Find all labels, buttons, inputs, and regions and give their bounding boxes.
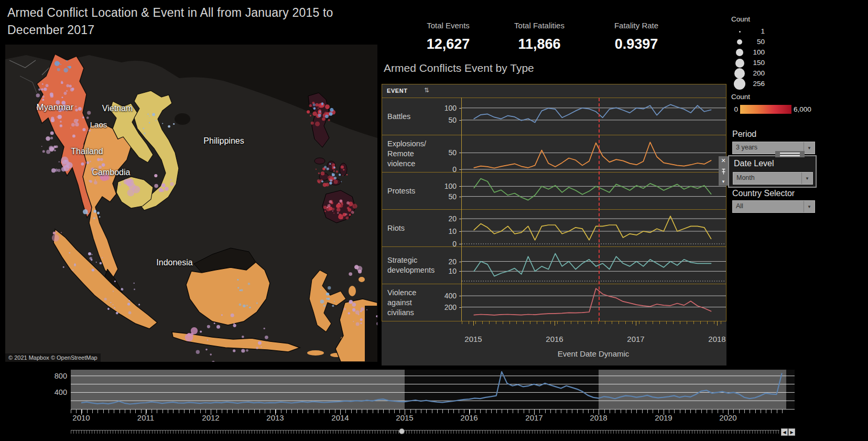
kpi-label: Fatality Rate bbox=[589, 21, 683, 30]
country-label-thailand: Thailand bbox=[71, 147, 103, 156]
reference-line bbox=[599, 98, 600, 321]
color-gradient-bar bbox=[740, 105, 791, 114]
drag-handle[interactable] bbox=[775, 151, 805, 157]
size-legend-value: 256 bbox=[746, 80, 765, 88]
country-label-cambodia: Cambodia bbox=[92, 168, 131, 177]
size-legend-value: 100 bbox=[746, 48, 765, 56]
chart-section-title: Armed Conflicts Event by Type bbox=[384, 62, 534, 74]
chart-row-riots: Riots01020 bbox=[382, 210, 726, 247]
axis-year-label: 2015 bbox=[462, 335, 485, 343]
tick-label: 200 bbox=[444, 303, 457, 311]
strategic-developments-sparkline[interactable] bbox=[462, 247, 726, 284]
kpi-value: 0.9397 bbox=[589, 36, 683, 52]
chevron-down-icon[interactable]: ▼ bbox=[801, 173, 812, 184]
timeline-year-label: 2013 bbox=[259, 413, 291, 422]
kpi-value: 12,627 bbox=[401, 36, 495, 52]
date-level-label: Date Level bbox=[734, 159, 774, 168]
country-label-indonesia: Indonesia bbox=[156, 258, 192, 267]
color-legend-max: 6,000 bbox=[794, 105, 811, 113]
time-scrollbar[interactable] bbox=[71, 430, 779, 436]
riots-sparkline[interactable] bbox=[462, 210, 726, 246]
row-y-axis: 1020 bbox=[428, 247, 462, 284]
date-level-dropdown[interactable]: Month ▼ bbox=[733, 172, 813, 185]
explosions-remote-violence-sparkline[interactable] bbox=[462, 135, 726, 172]
country-selector-label: Country Selector bbox=[732, 189, 795, 198]
timeline-year-label: 2018 bbox=[583, 413, 614, 422]
row-label: Battles bbox=[387, 98, 429, 135]
tick-label: 10 bbox=[448, 227, 457, 235]
page-title: Armed Conflict Location & Event in All f… bbox=[7, 4, 374, 39]
event-type-chart: EVENT ⇅ Battles50100Explosions/ Remote v… bbox=[382, 84, 726, 365]
size-legend-item: 150 bbox=[731, 58, 768, 68]
size-legend-value: 200 bbox=[746, 69, 765, 77]
kpi-value: 11,866 bbox=[492, 36, 587, 52]
country-selector-value: All bbox=[733, 201, 804, 212]
timeline-brush-chart[interactable] bbox=[71, 370, 795, 410]
tick-label: 20 bbox=[448, 214, 457, 223]
kpi-total-fatalities: Total Fatalities 11,866 bbox=[492, 21, 587, 52]
timeline-year-label: 2020 bbox=[712, 413, 744, 422]
size-legend-value: 50 bbox=[746, 38, 765, 46]
tick-label: 400 bbox=[444, 292, 457, 300]
x-axis-ticks bbox=[462, 321, 725, 324]
scroll-right-button[interactable]: ▶ bbox=[788, 428, 795, 436]
tick-label: 10 bbox=[448, 267, 457, 275]
pin-icon[interactable] bbox=[721, 168, 726, 175]
row-y-axis: 01020 bbox=[428, 210, 462, 246]
chart-row-battles: Battles50100 bbox=[382, 98, 726, 135]
protests-sparkline[interactable] bbox=[462, 173, 726, 209]
timeline-year-label: 2011 bbox=[130, 413, 161, 422]
size-legend-item: 200 bbox=[731, 68, 768, 79]
size-legend-item: 1 bbox=[731, 26, 768, 37]
tick-label: 100 bbox=[444, 182, 457, 190]
row-label: Riots bbox=[387, 210, 429, 246]
chart-rows: Battles50100Explosions/ Remote violence0… bbox=[382, 98, 726, 321]
timeline-year-label: 2015 bbox=[389, 413, 420, 422]
tick-label: 100 bbox=[444, 104, 457, 112]
event-column-header: EVENT bbox=[387, 88, 408, 94]
chart-row-explosions-remote-violence: Explosions/ Remote violence050 bbox=[382, 135, 726, 173]
close-icon[interactable]: ✕ bbox=[721, 158, 725, 164]
size-legend-circle bbox=[733, 37, 746, 47]
row-label: Explosions/ Remote violence bbox=[387, 135, 429, 172]
timeline-axis-ticks bbox=[71, 410, 784, 413]
timeline-canvas[interactable] bbox=[71, 370, 795, 409]
chevron-down-icon[interactable]: ▼ bbox=[804, 142, 815, 154]
conflict-map[interactable]: MyanmarVietnamLaosThailandCambodiaPhilip… bbox=[5, 45, 377, 362]
chart-grid: EVENT ⇅ Battles50100Explosions/ Remote v… bbox=[382, 84, 726, 321]
tick-label: 50 bbox=[448, 192, 457, 201]
country-label-philippines: Philippines bbox=[203, 136, 244, 146]
country-selector-dropdown[interactable]: All ▼ bbox=[732, 200, 815, 213]
chart-row-strategic-developments: Strategic developments1020 bbox=[382, 247, 726, 284]
country-label-myanmar: Myanmar bbox=[37, 102, 74, 113]
scrollbar-handle[interactable] bbox=[399, 428, 405, 434]
chart-row-violence-against-civilians: Violence against civilians200400 bbox=[382, 284, 726, 321]
violence-against-civilians-sparkline[interactable] bbox=[462, 284, 726, 321]
chevron-down-icon[interactable]: ▾ bbox=[722, 179, 725, 184]
map-attribution: © 2021 Mapbox © OpenStreetMap bbox=[5, 353, 101, 362]
size-legend-value: 1 bbox=[746, 27, 765, 35]
dashboard: Armed Conflict Location & Event in All f… bbox=[0, 0, 868, 441]
timeline-year-label: 2010 bbox=[66, 413, 97, 422]
map-canvas[interactable] bbox=[5, 45, 377, 362]
chevron-down-icon[interactable]: ▼ bbox=[804, 201, 815, 212]
scroll-left-button[interactable]: ◀ bbox=[781, 428, 788, 436]
battles-sparkline[interactable] bbox=[462, 98, 726, 135]
kpi-label: Total Fatalities bbox=[492, 21, 587, 30]
kpi-total-events: Total Events 12,627 bbox=[401, 21, 495, 52]
axis-year-label: 2017 bbox=[624, 335, 647, 343]
sort-icon[interactable]: ⇅ bbox=[424, 87, 429, 94]
timeline-year-label: 2014 bbox=[324, 413, 356, 422]
png-border bbox=[365, 306, 377, 362]
row-y-axis: 050 bbox=[428, 135, 462, 172]
color-legend-title: Count bbox=[731, 93, 750, 101]
date-level-card: Date Level Month ▼ bbox=[728, 155, 817, 188]
date-level-dropdown-value: Month bbox=[733, 173, 801, 184]
timeline-x-labels: 2010201120122013201420152016201720182019… bbox=[0, 413, 868, 423]
size-legend-circle bbox=[733, 26, 746, 37]
size-legend-circle bbox=[733, 47, 746, 58]
chart-row-protests: Protests50100 bbox=[382, 173, 726, 210]
size-legend-item: 100 bbox=[731, 47, 768, 58]
row-label: Violence against civilians bbox=[387, 284, 429, 321]
kpi-label: Total Events bbox=[401, 21, 495, 30]
